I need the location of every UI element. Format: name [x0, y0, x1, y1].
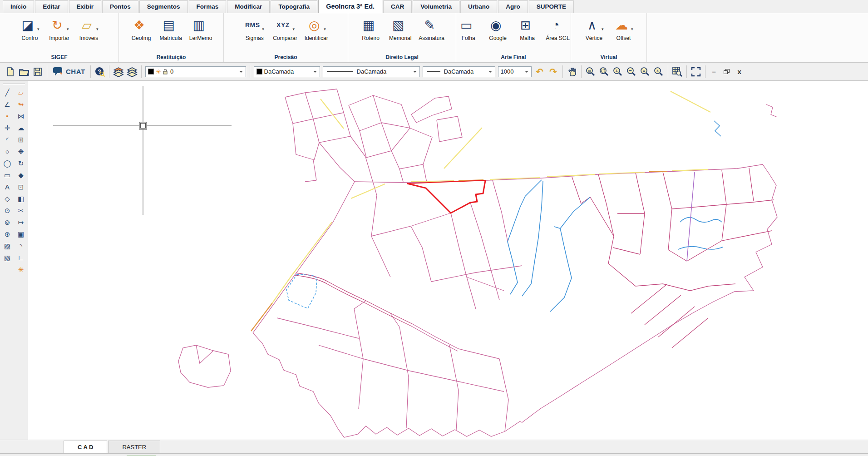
ribbon-item[interactable]: ◔ Área SGL: [543, 16, 572, 53]
minimize-button[interactable]: –: [708, 66, 720, 77]
dropdown-arrow-icon[interactable]: ▾: [602, 27, 605, 31]
dropdown-arrow-icon[interactable]: ▾: [37, 27, 41, 31]
chamfer-icon[interactable]: ∟: [15, 252, 27, 263]
close-button[interactable]: x: [733, 66, 746, 77]
combo-dropdown-icon[interactable]: [237, 68, 245, 75]
ribbon-item[interactable]: XYZ ▾ Comparar: [271, 16, 299, 53]
layers-states-button[interactable]: [125, 65, 139, 79]
new-file-button[interactable]: [4, 65, 17, 79]
polyline-icon[interactable]: ∠: [1, 99, 13, 110]
undo-button[interactable]: ↶: [533, 65, 547, 79]
ribbon-item[interactable]: ⊞ Malha: [514, 16, 541, 53]
block-insert-icon[interactable]: ⊛: [1, 228, 13, 240]
menu-tab[interactable]: GeoIncra 3ª Ed.: [318, 0, 382, 13]
combo-dropdown-icon[interactable]: [487, 68, 494, 75]
layer-on-sun-icon[interactable]: ☀: [156, 68, 162, 75]
rectangle-icon[interactable]: ▭: [1, 169, 13, 181]
ribbon-item[interactable]: ❖ GeoImg: [128, 16, 154, 53]
restore-button[interactable]: [720, 66, 733, 77]
dropdown-arrow-icon[interactable]: ▾: [292, 27, 296, 31]
combo-dropdown-icon[interactable]: [411, 68, 419, 75]
layer-combo[interactable]: ☀ 0: [145, 66, 246, 77]
dropdown-arrow-icon[interactable]: ▾: [631, 27, 635, 31]
dropdown-arrow-icon[interactable]: ▾: [324, 27, 327, 31]
zoom-objects-button[interactable]: ≡: [638, 65, 652, 79]
view-tab[interactable]: RASTER: [108, 441, 160, 453]
view-tab[interactable]: C A D: [64, 441, 107, 453]
ribbon-item[interactable]: ▥ LerMemo: [187, 16, 215, 53]
mirror-icon[interactable]: ⋈: [15, 110, 27, 122]
ribbon-item[interactable]: ◪ ▾ Confro: [16, 16, 43, 53]
hatch-icon[interactable]: ▨: [1, 240, 13, 252]
menu-tab[interactable]: SUPORTE: [529, 0, 574, 13]
ribbon-item[interactable]: ↻ ▾ Importar: [46, 16, 73, 53]
dropdown-arrow-icon[interactable]: ▾: [96, 27, 100, 31]
help-button[interactable]: ?: [93, 65, 107, 79]
chat-button[interactable]: CHAT: [49, 67, 88, 77]
hatch-solid-icon[interactable]: ▧: [1, 252, 13, 263]
extend-icon[interactable]: ↦: [15, 217, 27, 228]
ribbon-item[interactable]: ▱ ▾ Imóveis: [75, 16, 102, 53]
ribbon-item[interactable]: ◉ Google: [484, 16, 511, 53]
zoom-out-button[interactable]: −: [625, 65, 638, 79]
arc-icon[interactable]: ◜: [1, 134, 13, 145]
ellipse-icon[interactable]: ◯: [1, 158, 13, 169]
area-icon[interactable]: ▣: [15, 228, 27, 240]
open-file-button[interactable]: [17, 65, 31, 79]
ribbon-item[interactable]: ◎ ▾ Identificar: [302, 16, 330, 53]
ribbon-item[interactable]: RMS ▾ Sigmas: [241, 16, 268, 53]
menu-tab[interactable]: Agro: [498, 0, 528, 13]
stretch-icon[interactable]: ◧: [15, 193, 27, 204]
scale-combo[interactable]: 1000: [498, 66, 532, 77]
layer-lock-icon[interactable]: [163, 69, 168, 75]
toolbar-grip[interactable]: [3, 84, 25, 85]
menu-tab[interactable]: Modificar: [227, 0, 270, 13]
ribbon-item[interactable]: ✎ Assinatura: [416, 16, 447, 53]
block-attrib-icon[interactable]: ⊚: [1, 217, 13, 228]
text-icon[interactable]: A: [1, 181, 13, 193]
position-icon[interactable]: ✛: [1, 122, 13, 134]
lineweight-combo[interactable]: DaCamada: [423, 66, 495, 77]
combo-dropdown-icon[interactable]: [311, 68, 319, 75]
zoom-in-button[interactable]: +: [611, 65, 625, 79]
ribbon-item[interactable]: ▭ Folha: [455, 16, 482, 53]
menu-tab[interactable]: Topografia: [271, 0, 317, 13]
dropdown-arrow-icon[interactable]: ▾: [67, 27, 70, 31]
ribbon-item[interactable]: ▦ Roteiro: [357, 16, 384, 53]
fillet-icon[interactable]: ◝: [15, 240, 27, 252]
zoom-window-button[interactable]: [597, 65, 611, 79]
ribbon-item[interactable]: ▤ Matrícula: [157, 16, 184, 53]
point-icon[interactable]: ▪: [1, 110, 13, 122]
rotate-copy-icon[interactable]: ◆: [15, 169, 27, 181]
spline-edit-icon[interactable]: ↬: [15, 99, 27, 110]
ribbon-item[interactable]: ▧ Memorial: [387, 16, 414, 53]
menu-tab[interactable]: Início: [3, 0, 34, 13]
color-combo[interactable]: DaCamada: [254, 66, 320, 77]
zoom-extents-button[interactable]: ▤: [584, 65, 597, 79]
scale-icon[interactable]: ⊡: [15, 181, 27, 193]
revision-cloud-icon[interactable]: ☁: [15, 122, 27, 134]
erase-icon[interactable]: ▱: [15, 87, 27, 98]
trim-icon[interactable]: ✂: [15, 205, 27, 216]
pan-button[interactable]: [565, 65, 579, 79]
ribbon-item[interactable]: ☁ ▾ Offset: [610, 16, 637, 53]
menu-tab[interactable]: CAR: [383, 0, 412, 13]
move-icon[interactable]: ✥: [15, 146, 27, 157]
array-icon[interactable]: ⊞: [15, 134, 27, 145]
menu-tab[interactable]: Editar: [35, 0, 68, 13]
rotate-icon[interactable]: ↻: [15, 158, 27, 169]
table-inspect-button[interactable]: [671, 65, 684, 79]
menu-tab[interactable]: Formas: [189, 0, 227, 13]
menu-tab[interactable]: Urbano: [460, 0, 497, 13]
tag-icon[interactable]: ◇: [1, 193, 13, 204]
block-icon[interactable]: ⊙: [1, 205, 13, 216]
zoom-all-button[interactable]: ✳: [652, 65, 666, 79]
save-button[interactable]: [31, 65, 44, 79]
linetype-combo[interactable]: DaCamada: [323, 66, 420, 77]
redo-button[interactable]: ↷: [547, 65, 560, 79]
fullscreen-button[interactable]: [689, 65, 703, 79]
cad-canvas[interactable]: [28, 81, 868, 440]
circle-icon[interactable]: ○: [1, 146, 13, 157]
menu-tab[interactable]: Volumetria: [413, 0, 459, 13]
line-icon[interactable]: ╱: [1, 87, 13, 98]
